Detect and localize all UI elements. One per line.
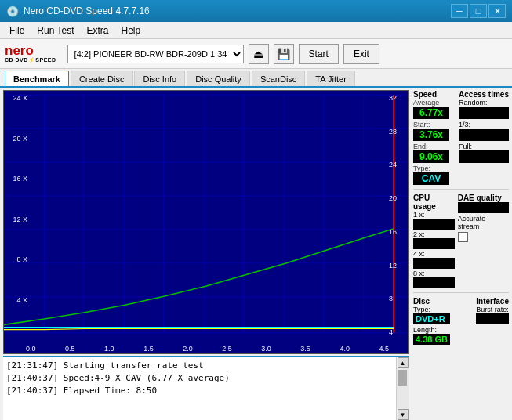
- speed-type-value: CAV: [413, 172, 449, 185]
- log-line-3: [21:40:37] Elapsed Time: 8:50: [6, 385, 393, 397]
- tab-create-disc[interactable]: Create Disc: [71, 71, 133, 86]
- burst-rate-label: Burst rate:: [476, 306, 509, 313]
- cpu-4x-label: 4 x:: [413, 250, 455, 258]
- menu-file[interactable]: File: [3, 24, 31, 38]
- app-icon: 💿: [6, 5, 19, 17]
- speed-title: Speed: [413, 90, 449, 99]
- cpu-usage-section: CPU usage 1 x: 2 x: 4 x: 8 x:: [413, 194, 455, 288]
- tab-bar: Benchmark Create Disc Disc Info Disc Qua…: [0, 69, 512, 88]
- access-full-value: [459, 150, 509, 163]
- x-axis-labels: 0.0 0.5 1.0 1.5 2.0 2.5 3.0 3.5 4.0 4.5: [26, 345, 389, 353]
- tab-disc-info[interactable]: Disc Info: [134, 71, 185, 86]
- app-title: Nero CD-DVD Speed 4.7.7.16: [24, 5, 150, 16]
- access-times-section: Access times Random: 1/3: Full:: [459, 90, 509, 163]
- access-one-third-label: 1/3:: [459, 121, 509, 129]
- scroll-up[interactable]: ▲: [398, 357, 409, 368]
- log-line-2: [21:40:37] Speed:4-9 X CAV (6.77 X avera…: [6, 372, 393, 385]
- titlebar: 💿 Nero CD-DVD Speed 4.7.7.16 ─ □ ✕: [0, 0, 512, 22]
- speed-average-label: Average: [413, 99, 449, 107]
- menu-extra[interactable]: Extra: [80, 24, 114, 38]
- chart-area: 24 X 20 X 16 X 12 X 8 X 4 X 32 28 24 20 …: [3, 90, 409, 354]
- disc-length-value: 4.38 GB: [413, 334, 450, 345]
- close-button[interactable]: ✕: [488, 4, 506, 18]
- cpu-8x-value: [413, 277, 455, 288]
- speed-average-value: 6.77x: [413, 107, 449, 119]
- window-controls: ─ □ ✕: [451, 4, 506, 18]
- log-line-1: [21:31:47] Starting transfer rate test: [6, 360, 393, 372]
- dae-quality-value: [458, 202, 509, 213]
- access-random-label: Random:: [459, 99, 509, 107]
- start-button[interactable]: Start: [299, 44, 339, 64]
- speed-start-value: 3.76x: [413, 129, 449, 141]
- access-random-value: [459, 107, 509, 119]
- log-area: [21:31:47] Starting transfer rate test […: [3, 356, 409, 420]
- burst-rate-value: [476, 313, 509, 324]
- interface-title: Interface: [476, 297, 509, 306]
- right-panel: Speed Average 6.77x Start: 3.76x End: 9.…: [410, 88, 512, 420]
- interface-section: Interface Burst rate:: [476, 297, 509, 345]
- disc-title: Disc: [413, 297, 450, 306]
- y-axis-left: 24 X 20 X 16 X 12 X 8 X 4 X: [5, 91, 27, 339]
- cpu-dae-row: CPU usage 1 x: 2 x: 4 x: 8 x: DAE qualit…: [413, 194, 509, 288]
- cpu-2x-value: [413, 238, 455, 249]
- speed-block: Speed Average 6.77x Start: 3.76x End: 9.…: [413, 90, 449, 185]
- accurate-stream-checkbox[interactable]: [458, 232, 468, 242]
- scroll-thumb[interactable]: [398, 370, 407, 386]
- y-axis-right: 32 28 24 20 16 12 8 4: [389, 91, 406, 339]
- disc-type-value: DVD+R: [413, 313, 450, 324]
- speed-type-label: Type:: [413, 165, 449, 172]
- nero-logo: nero CD·DVD⚡SPEED: [5, 44, 56, 63]
- separator-2: [413, 292, 509, 293]
- minimize-button[interactable]: ─: [451, 4, 468, 18]
- exit-button[interactable]: Exit: [343, 44, 379, 64]
- tab-disc-quality[interactable]: Disc Quality: [187, 71, 250, 86]
- separator-1: [413, 189, 509, 190]
- maximize-button[interactable]: □: [470, 4, 487, 18]
- accurate-stream-label: Accurate stream: [458, 215, 509, 230]
- chart-svg: [4, 91, 408, 353]
- cpu-2x-label: 2 x:: [413, 230, 455, 238]
- disc-length-label: Length:: [413, 326, 450, 334]
- scroll-down[interactable]: ▼: [398, 409, 409, 420]
- scroll-track[interactable]: [397, 368, 409, 409]
- toolbar: nero CD·DVD⚡SPEED [4:2] PIONEER BD-RW BD…: [0, 39, 512, 69]
- speed-end-value: 9.06x: [413, 150, 449, 163]
- cpu-8x-label: 8 x:: [413, 270, 455, 277]
- drive-selector[interactable]: [4:2] PIONEER BD-RW BDR-209D 1.34: [67, 45, 244, 63]
- access-times-title: Access times: [459, 90, 509, 99]
- menubar: File Run Test Extra Help: [0, 22, 512, 39]
- cpu-1x-value: [413, 219, 455, 230]
- tab-scan-disc[interactable]: ScanDisc: [252, 71, 305, 86]
- disc-interface-row: Disc Type: DVD+R Length: 4.38 GB Interfa…: [413, 297, 509, 345]
- cpu-1x-label: 1 x:: [413, 211, 455, 219]
- tab-benchmark[interactable]: Benchmark: [5, 71, 69, 86]
- eject-button[interactable]: ⏏: [249, 44, 269, 64]
- tab-ta-jitter[interactable]: TA Jitter: [307, 71, 355, 86]
- access-full-label: Full:: [459, 143, 509, 150]
- speed-end-label: End:: [413, 143, 449, 150]
- disc-type-label: Type:: [413, 306, 450, 313]
- log-scrollbar[interactable]: ▲ ▼: [396, 357, 409, 420]
- save-button[interactable]: 💾: [274, 44, 294, 64]
- access-one-third-value: [459, 129, 509, 141]
- log-content: [21:31:47] Starting transfer rate test […: [3, 357, 396, 420]
- speed-section: Speed Average 6.77x Start: 3.76x End: 9.…: [413, 90, 509, 185]
- dae-section: DAE quality Accurate stream: [458, 194, 509, 288]
- svg-rect-0: [4, 91, 408, 353]
- menu-run-test[interactable]: Run Test: [31, 24, 80, 38]
- dae-quality-title: DAE quality: [458, 194, 509, 202]
- cpu-4x-value: [413, 258, 455, 269]
- menu-help[interactable]: Help: [115, 24, 147, 38]
- disc-section: Disc Type: DVD+R Length: 4.38 GB: [413, 297, 450, 345]
- speed-start-label: Start:: [413, 121, 449, 129]
- cpu-usage-title: CPU usage: [413, 194, 455, 211]
